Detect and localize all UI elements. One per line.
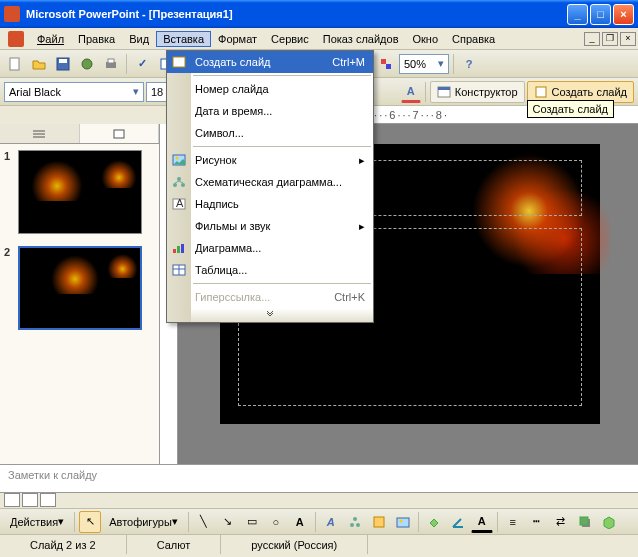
- mdi-close[interactable]: ×: [620, 32, 636, 46]
- menu-format[interactable]: Формат: [211, 31, 264, 47]
- dd-symbol[interactable]: Символ...: [167, 122, 373, 144]
- menu-view[interactable]: Вид: [122, 31, 156, 47]
- menu-edit[interactable]: Правка: [71, 31, 122, 47]
- svg-rect-5: [108, 59, 114, 63]
- menu-file[interactable]: Файл: [30, 31, 71, 47]
- arrow-icon[interactable]: ↘: [217, 511, 239, 533]
- insert-picture-icon[interactable]: [392, 511, 414, 533]
- dd-diagram[interactable]: Схематическая диаграмма...: [167, 171, 373, 193]
- color-icon[interactable]: [375, 53, 397, 75]
- svg-rect-2: [59, 59, 67, 63]
- close-button[interactable]: ×: [613, 4, 634, 25]
- svg-text:A: A: [176, 198, 184, 209]
- oval-icon[interactable]: ○: [265, 511, 287, 533]
- menu-tools[interactable]: Сервис: [264, 31, 316, 47]
- line-style-icon[interactable]: ≡: [502, 511, 524, 533]
- dd-textbox[interactable]: A Надпись: [167, 193, 373, 215]
- dd-table[interactable]: Таблица...: [167, 259, 373, 281]
- mdi-minimize[interactable]: _: [584, 32, 600, 46]
- font-color-icon[interactable]: A: [401, 81, 421, 103]
- svg-rect-50: [181, 244, 184, 253]
- dd-new-slide[interactable]: Создать слайдCtrl+M: [167, 51, 373, 73]
- print-icon[interactable]: [100, 53, 122, 75]
- status-slide: Слайд 2 из 2: [0, 535, 127, 554]
- textbox-icon[interactable]: A: [289, 511, 311, 533]
- spell-icon[interactable]: ✓: [131, 53, 153, 75]
- svg-line-44: [175, 181, 179, 183]
- diagram-menu-icon: [171, 174, 187, 190]
- menu-insert[interactable]: Вставка: [156, 31, 211, 47]
- svg-rect-35: [453, 526, 463, 528]
- menu-slideshow[interactable]: Показ слайдов: [316, 31, 406, 47]
- zoom-combo[interactable]: 50%▾: [399, 54, 449, 74]
- svg-rect-24: [536, 87, 546, 97]
- font-combo[interactable]: Arial Black▾: [4, 82, 144, 102]
- autoshapes-menu[interactable]: Автофигуры ▾: [103, 512, 184, 532]
- menu-bar: Файл Правка Вид Вставка Формат Сервис По…: [0, 28, 638, 50]
- dd-chart[interactable]: Диаграмма...: [167, 237, 373, 259]
- dd-date-time[interactable]: Дата и время...: [167, 100, 373, 122]
- dash-style-icon[interactable]: ┅: [526, 511, 548, 533]
- svg-rect-49: [177, 246, 180, 253]
- outline-tab[interactable]: [0, 124, 80, 143]
- svg-rect-28: [114, 130, 124, 138]
- wordart-icon[interactable]: A: [320, 511, 342, 533]
- dd-hyperlink: Гиперссылка...Ctrl+K: [167, 286, 373, 308]
- svg-rect-23: [438, 87, 450, 90]
- save-icon[interactable]: [52, 53, 74, 75]
- mdi-restore[interactable]: ❐: [602, 32, 618, 46]
- 3d-icon[interactable]: [598, 511, 620, 533]
- permission-icon[interactable]: [76, 53, 98, 75]
- slide-panel: 1 2: [0, 124, 160, 464]
- svg-rect-32: [374, 517, 384, 527]
- menu-help[interactable]: Справка: [445, 31, 502, 47]
- arrow-style-icon[interactable]: ⇄: [550, 511, 572, 533]
- new-icon[interactable]: [4, 53, 26, 75]
- dd-movies[interactable]: Фильмы и звук▸: [167, 215, 373, 237]
- thumbnail-2[interactable]: 2: [0, 240, 159, 336]
- shadow-icon[interactable]: [574, 511, 596, 533]
- minimize-button[interactable]: _: [567, 4, 588, 25]
- thumbnail-1[interactable]: 1: [0, 144, 159, 240]
- design-button[interactable]: Конструктор: [430, 81, 525, 103]
- new-slide-menu-icon: [171, 54, 187, 70]
- fill-color-icon[interactable]: [423, 511, 445, 533]
- normal-view-button[interactable]: [4, 493, 20, 507]
- maximize-button[interactable]: □: [590, 4, 611, 25]
- clipart-icon[interactable]: [368, 511, 390, 533]
- svg-line-45: [179, 181, 183, 183]
- line-color-icon[interactable]: [447, 511, 469, 533]
- slideshow-view-button[interactable]: [40, 493, 56, 507]
- status-template: Салют: [127, 535, 222, 554]
- actions-menu[interactable]: Действия ▾: [4, 512, 70, 532]
- svg-point-34: [399, 519, 402, 522]
- picture-menu-icon: [171, 152, 187, 168]
- line-icon[interactable]: ╲: [193, 511, 215, 533]
- notes-pane[interactable]: Заметки к слайду: [0, 464, 638, 492]
- svg-rect-21: [386, 64, 391, 69]
- slides-tab[interactable]: [80, 124, 160, 143]
- mdi-icon[interactable]: [8, 31, 24, 47]
- sorter-view-button[interactable]: [22, 493, 38, 507]
- diagram-button-icon[interactable]: [344, 511, 366, 533]
- select-icon[interactable]: ↖: [79, 511, 101, 533]
- help-icon[interactable]: ?: [458, 53, 480, 75]
- svg-rect-33: [397, 518, 409, 527]
- svg-point-43: [181, 183, 185, 187]
- new-slide-tooltip: Создать слайд: [527, 100, 614, 118]
- svg-rect-37: [580, 517, 588, 525]
- rect-icon[interactable]: ▭: [241, 511, 263, 533]
- open-icon[interactable]: [28, 53, 50, 75]
- svg-point-3: [82, 59, 92, 69]
- dd-expand[interactable]: [167, 308, 373, 322]
- font-color-draw-icon[interactable]: A: [471, 511, 493, 533]
- svg-point-42: [173, 183, 177, 187]
- svg-rect-38: [173, 57, 185, 67]
- dd-slide-number[interactable]: Номер слайда: [167, 78, 373, 100]
- status-language[interactable]: русский (Россия): [221, 535, 368, 554]
- window-title: Microsoft PowerPoint - [Презентация1]: [26, 8, 567, 20]
- svg-rect-48: [173, 249, 176, 253]
- dd-picture[interactable]: Рисунок▸: [167, 149, 373, 171]
- menu-window[interactable]: Окно: [406, 31, 446, 47]
- insert-dropdown: Создать слайдCtrl+M Номер слайда Дата и …: [166, 50, 374, 323]
